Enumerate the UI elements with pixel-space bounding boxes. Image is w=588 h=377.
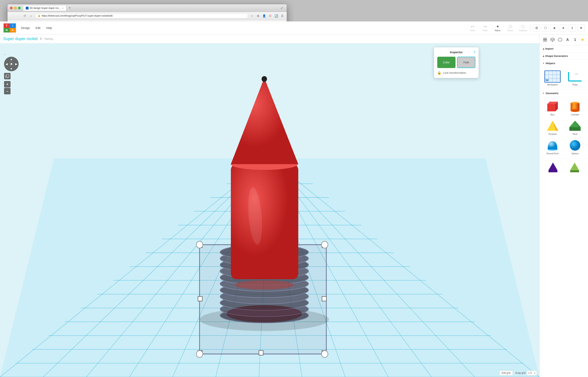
traffic-lights (10, 7, 21, 9)
url-text: https://tinkercad.com/things/cptPUuy9YuT… (42, 14, 113, 17)
close-button[interactable] (10, 7, 12, 9)
logo-n: N (7, 28, 10, 32)
secure-icon: 🔒 (38, 14, 40, 17)
back-button[interactable]: ← (9, 13, 14, 18)
browser-window: 3D design Super duper roc... ✕ + ⤢ ← → ↺… (7, 4, 287, 186)
pan-left-icon[interactable]: ◀ (7, 62, 8, 66)
user-icon-button[interactable]: 👤 (262, 13, 267, 18)
maximize-button[interactable] (18, 7, 21, 9)
project-name[interactable]: Super duper rocket (7, 36, 38, 41)
new-tab-button[interactable]: + (67, 6, 73, 10)
address-bar[interactable]: 🔒 https://tinkercad.com/things/cptPUuy9Y… (35, 13, 248, 18)
top-toolbar: T I N K Design Edit Help ↩ Undo ↪ R (7, 22, 287, 35)
opera-button[interactable]: O (268, 13, 273, 18)
pan-up-icon[interactable]: ▲ (10, 58, 13, 61)
zoom-in-button[interactable]: + (7, 81, 11, 87)
zoom-controls: + – (7, 81, 19, 94)
refresh-button[interactable]: ↺ (22, 13, 27, 18)
sync-button[interactable]: 🔄 (274, 13, 279, 18)
tinkercad-logo[interactable]: T I N K (7, 23, 16, 33)
nav-actions: ☆ ⊞ 👤 O 🔄 ☰ (249, 13, 285, 18)
svg-rect-69 (7, 74, 9, 77)
logo-t: T (7, 24, 10, 28)
view-controls: ? ▲ ◀ (7, 53, 19, 94)
rocket-scene (7, 43, 287, 186)
minimize-button[interactable] (14, 7, 17, 9)
saving-status: Saving... (44, 37, 55, 40)
app-area: T I N K Design Edit Help ↩ Undo ↪ R (8, 26, 287, 186)
help-hint[interactable]: ? (7, 53, 19, 56)
logo-i: I (10, 24, 16, 28)
view-cube-button[interactable] (7, 73, 11, 79)
pan-down-icon[interactable]: ▼ (10, 67, 13, 71)
restore-button[interactable]: ⤢ (279, 6, 284, 11)
home-view-icon[interactable] (9, 61, 14, 66)
canvas-background (7, 43, 287, 186)
project-title-bar: Super duper rocket ↻ Saving... (7, 35, 287, 43)
navigation-pad[interactable]: ▲ ◀ ▶ (7, 57, 19, 71)
nav-bar: ← → ↺ ⌂ 🔒 https://tinkercad.com/things/c… (8, 12, 287, 20)
svg-marker-65 (231, 78, 287, 164)
tab-close-button[interactable]: ✕ (62, 7, 64, 9)
menu-design[interactable]: Design (19, 25, 32, 31)
extensions-button[interactable]: ⊞ (256, 13, 261, 18)
canvas-area[interactable]: ? ▲ ◀ (7, 43, 287, 186)
title-bar: 3D design Super duper roc... ✕ + ⤢ (8, 4, 287, 12)
content-area: Super duper rocket ↻ Saving... (7, 35, 287, 186)
tab-favicon (26, 7, 29, 10)
svg-point-66 (262, 76, 267, 82)
menu-edit[interactable]: Edit (33, 25, 43, 31)
tab-title: 3D design Super duper roc... (30, 7, 61, 10)
menu-items: Design Edit Help (19, 25, 54, 31)
forward-button[interactable]: → (16, 13, 21, 18)
menu-help[interactable]: Help (44, 25, 54, 31)
svg-rect-0 (26, 7, 28, 9)
home-button[interactable]: ⌂ (29, 13, 34, 18)
pan-right-icon[interactable]: ▶ (15, 62, 17, 66)
zoom-out-button[interactable]: – (7, 88, 11, 94)
menu-button[interactable]: ☰ (280, 13, 285, 18)
tab-bar: 3D design Super duper roc... ✕ + (23, 5, 279, 11)
logo-k: K (10, 28, 16, 32)
bookmark-star-button[interactable]: ☆ (249, 13, 255, 18)
active-tab[interactable]: 3D design Super duper roc... ✕ (23, 5, 66, 11)
refresh-project-icon[interactable]: ↻ (40, 37, 42, 41)
